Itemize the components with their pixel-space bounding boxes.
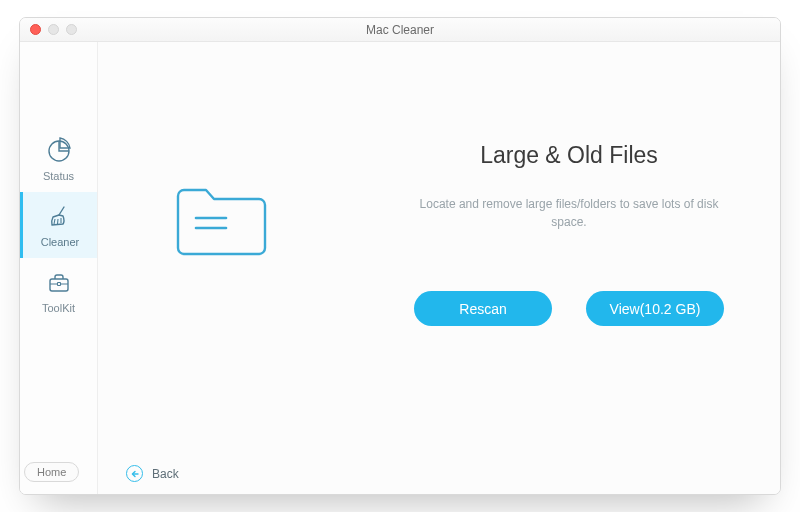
home-button[interactable]: Home — [24, 462, 79, 482]
sidebar-item-label: Cleaner — [41, 236, 80, 248]
page-description: Locate and remove large files/folders to… — [409, 195, 729, 231]
sidebar-item-label: Status — [43, 170, 74, 182]
page-heading: Large & Old Files — [398, 142, 740, 169]
window-body: Status Cleaner — [20, 42, 780, 494]
titlebar: Mac Cleaner — [20, 18, 780, 42]
minimize-window-button[interactable] — [48, 24, 59, 35]
sidebar-item-label: ToolKit — [42, 302, 75, 314]
close-window-button[interactable] — [30, 24, 41, 35]
content-area: Large & Old Files Locate and remove larg… — [398, 142, 740, 326]
broom-icon — [46, 203, 74, 231]
window-title: Mac Cleaner — [20, 23, 780, 37]
main-panel: Large & Old Files Locate and remove larg… — [98, 42, 780, 494]
sidebar-item-toolkit[interactable]: ToolKit — [20, 258, 97, 324]
home-button-label: Home — [37, 466, 66, 478]
sidebar: Status Cleaner — [20, 42, 98, 494]
view-button[interactable]: View(10.2 GB) — [586, 291, 724, 326]
sidebar-item-status[interactable]: Status — [20, 126, 97, 192]
rescan-button-label: Rescan — [459, 301, 506, 317]
folder-icon — [174, 182, 269, 264]
app-window: Mac Cleaner Status — [19, 17, 781, 495]
briefcase-icon — [45, 269, 73, 297]
zoom-window-button[interactable] — [66, 24, 77, 35]
back-arrow-icon — [126, 465, 143, 482]
back-button-label: Back — [152, 467, 179, 481]
back-button[interactable]: Back — [126, 465, 179, 482]
action-buttons: Rescan View(10.2 GB) — [398, 291, 740, 326]
sidebar-item-cleaner[interactable]: Cleaner — [20, 192, 97, 258]
svg-rect-2 — [57, 283, 60, 286]
pie-chart-icon — [45, 137, 73, 165]
window-controls — [20, 24, 77, 35]
view-button-label: View(10.2 GB) — [610, 301, 701, 317]
rescan-button[interactable]: Rescan — [414, 291, 552, 326]
